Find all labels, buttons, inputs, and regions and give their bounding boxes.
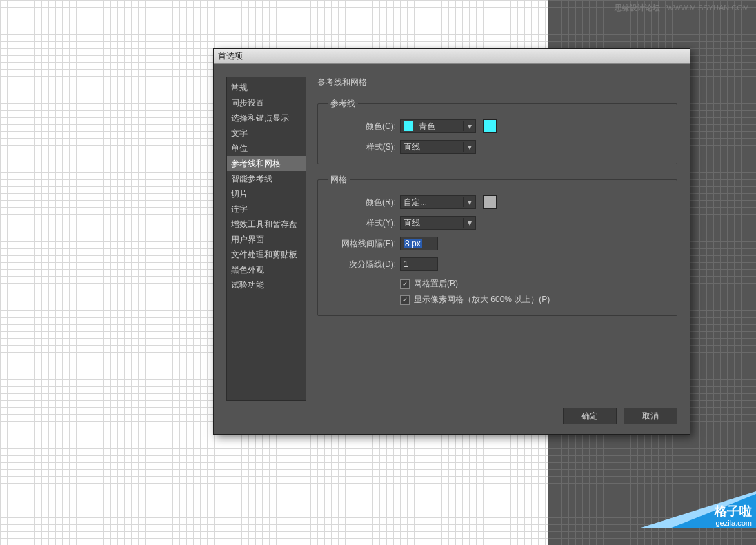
guides-legend: 参考线: [328, 98, 358, 110]
pixel-grid-checkbox[interactable]: ✓: [400, 295, 410, 305]
ok-button[interactable]: 确定: [563, 408, 617, 424]
grid-behind-checkbox[interactable]: ✓: [400, 279, 410, 289]
watermark-top-name: 思缘设计论坛: [615, 3, 660, 12]
chevron-down-icon: ▾: [463, 218, 475, 228]
grid-spacing-label: 网格线间隔(E):: [328, 238, 400, 250]
guides-color-label: 颜色(C):: [328, 121, 400, 132]
grid-spacing-value: 8 px: [404, 239, 422, 248]
grid-subdiv-input[interactable]: 1: [400, 257, 438, 271]
grid-legend: 网格: [328, 174, 350, 186]
watermark-top-url: WWW.MISSYUAN.COM: [666, 3, 749, 12]
preferences-dialog: 首选项 常规同步设置选择和锚点显示文字单位参考线和网格智能参考线切片连字增效工具…: [213, 48, 690, 435]
grid-color-select[interactable]: 自定... ▾: [400, 195, 476, 209]
sidebar-item-13[interactable]: 试验功能: [227, 277, 306, 293]
preferences-sidebar: 常规同步设置选择和锚点显示文字单位参考线和网格智能参考线切片连字增效工具和暂存盘…: [226, 77, 306, 401]
grid-subdiv-label: 次分隔线(D):: [328, 259, 400, 270]
grid-color-swatch[interactable]: [483, 195, 497, 209]
guides-color-swatch[interactable]: [483, 119, 497, 133]
panel-title: 参考线和网格: [317, 77, 677, 88]
sidebar-item-12[interactable]: 黑色外观: [227, 262, 306, 277]
watermark-top: 思缘设计论坛 WWW.MISSYUAN.COM: [615, 3, 749, 13]
sidebar-item-9[interactable]: 增效工具和暂存盘: [227, 217, 306, 232]
watermark-ribbon: 格子啦 gezila.com: [618, 484, 756, 528]
guides-style-value: 直线: [401, 141, 463, 153]
guides-group: 参考线 颜色(C): 青色 ▾ 样式(S): 直线: [317, 98, 677, 164]
sidebar-item-11[interactable]: 文件处理和剪贴板: [227, 247, 306, 262]
sidebar-item-1[interactable]: 同步设置: [227, 95, 306, 110]
pixel-grid-label: 显示像素网格（放大 600% 以上）(P): [414, 294, 550, 306]
sidebar-item-8[interactable]: 连字: [227, 201, 306, 217]
sidebar-item-5[interactable]: 参考线和网格: [227, 156, 306, 171]
sidebar-item-6[interactable]: 智能参考线: [227, 171, 306, 186]
guides-color-swatch-in: [404, 121, 413, 131]
dialog-titlebar[interactable]: 首选项: [214, 49, 690, 64]
sidebar-item-0[interactable]: 常规: [227, 80, 306, 95]
dialog-title: 首选项: [218, 51, 243, 61]
grid-behind-label: 网格置后(B): [414, 278, 458, 290]
grid-style-label: 样式(Y):: [328, 217, 400, 229]
guides-style-select[interactable]: 直线 ▾: [400, 140, 476, 154]
ok-button-label: 确定: [581, 410, 598, 422]
chevron-down-icon: ▾: [463, 142, 475, 152]
grid-color-value: 自定...: [401, 197, 463, 208]
sidebar-item-2[interactable]: 选择和锚点显示: [227, 110, 306, 126]
watermark-bottom-url: gezila.com: [715, 519, 752, 527]
grid-color-label: 颜色(R):: [328, 197, 400, 208]
guides-style-label: 样式(S):: [328, 141, 400, 153]
chevron-down-icon: ▾: [463, 197, 475, 207]
grid-style-value: 直线: [401, 217, 463, 229]
chevron-down-icon: ▾: [463, 121, 475, 131]
sidebar-item-10[interactable]: 用户界面: [227, 232, 306, 247]
grid-subdiv-value: 1: [404, 259, 408, 269]
sidebar-item-7[interactable]: 切片: [227, 186, 306, 201]
dialog-button-row: 确定 取消: [226, 408, 677, 424]
sidebar-item-4[interactable]: 单位: [227, 141, 306, 156]
guides-color-value: 青色: [416, 121, 463, 132]
sidebar-item-3[interactable]: 文字: [227, 126, 306, 141]
grid-group: 网格 颜色(R): 自定... ▾ 样式(Y): 直线 ▾: [317, 174, 677, 316]
cancel-button-label: 取消: [642, 410, 659, 422]
grid-spacing-input[interactable]: 8 px: [400, 237, 438, 250]
guides-color-select[interactable]: 青色 ▾: [400, 119, 476, 133]
preferences-content: 参考线和网格 参考线 颜色(C): 青色 ▾ 样式(S):: [306, 77, 677, 401]
watermark-bottom-name: 格子啦: [715, 505, 752, 519]
grid-style-select[interactable]: 直线 ▾: [400, 216, 476, 230]
cancel-button[interactable]: 取消: [624, 408, 677, 424]
